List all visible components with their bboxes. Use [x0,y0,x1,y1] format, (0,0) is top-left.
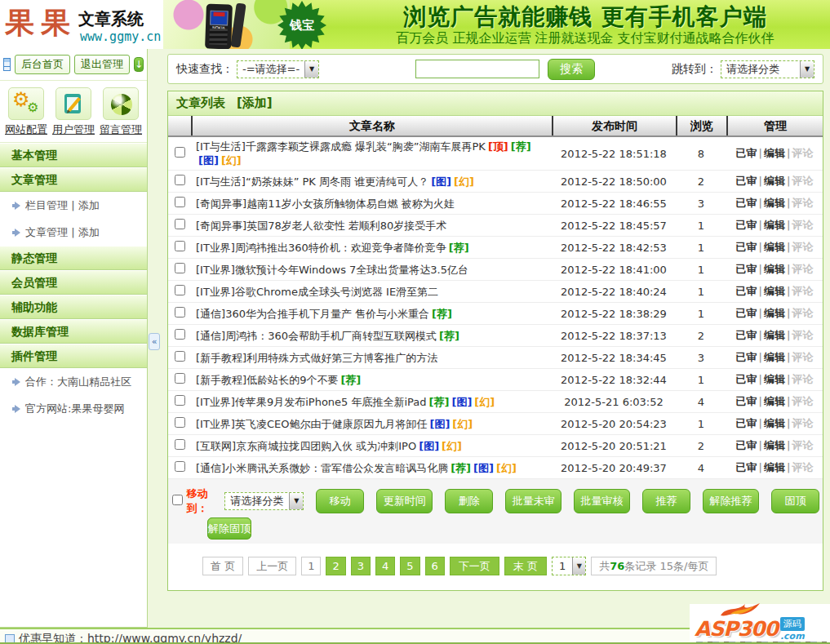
row-checkbox[interactable] [175,285,185,295]
collapse-down-icon[interactable]: ↓ [134,57,144,72]
row-checkbox[interactable] [175,439,185,450]
audited-link[interactable]: 已审 [736,241,757,253]
sidebar-item-aux-functions[interactable]: 辅助功能 [0,295,147,319]
page-6-button[interactable]: 6 [425,557,445,575]
row-checkbox[interactable] [175,219,185,229]
sidebar-collapse-handle[interactable]: « [149,333,160,350]
page-5-button[interactable]: 5 [400,557,419,575]
row-checkbox[interactable] [175,263,185,273]
pin-top-button[interactable]: 固顶 [771,489,819,513]
row-checkbox[interactable] [175,307,185,318]
batch-unaudit-button[interactable]: 批量未审 [505,489,561,513]
first-page-button[interactable]: 首 页 [202,557,243,575]
last-page-button[interactable]: 末 页 [504,557,547,575]
next-page-button[interactable]: 下一页 [450,557,499,575]
audited-link[interactable]: 已审 [736,285,757,297]
row-checkbox[interactable] [175,329,185,340]
move-button[interactable]: 移动 [316,489,364,513]
row-checkbox[interactable] [175,147,185,158]
page-4-button[interactable]: 4 [375,557,395,575]
row-checkbox[interactable] [175,417,185,428]
search-button[interactable]: 搜索 [548,59,595,80]
audited-link[interactable]: 已审 [736,263,757,275]
edit-link[interactable]: 编辑 [764,329,785,341]
page-2-button[interactable]: 2 [326,557,345,575]
article-title-link[interactable]: [通信]360华为合推手机下月量产 售价与小米重合 [196,308,429,320]
delete-button[interactable]: 删除 [445,489,493,513]
article-title-link[interactable]: [奇闻异事]越南11岁小女孩所触物体易自燃 被称为火娃 [196,198,455,210]
sidebar-item-partner-link[interactable]: 合作：大南山精品社区 [0,368,147,395]
audited-link[interactable]: 已审 [736,439,757,451]
quick-find-select[interactable]: -=请选择=- ▼ [237,60,319,78]
article-title-link[interactable]: [IT业界]微软预计今年Windows 7全球出货量将达3.5亿台 [196,264,468,276]
edit-link[interactable]: 编辑 [764,395,785,407]
article-title-link[interactable]: [通信]小米腾讯关系微妙：雷军借公众发言暗讽马化腾 [196,462,448,474]
shortcut-message-manage[interactable]: 留言管理 [100,87,142,137]
row-checkbox[interactable] [175,241,185,251]
search-input[interactable] [415,60,539,78]
article-title-link[interactable]: [新手教程]利用特殊方式做好第三方博客推广的方法 [196,352,437,364]
add-article-link[interactable]: [添加] [237,95,273,111]
article-title-link[interactable]: [通信]周鸿祎：360会帮助手机厂商转型互联网模式 [196,330,437,342]
edit-link[interactable]: 编辑 [764,197,785,209]
row-checkbox[interactable] [175,175,185,185]
edit-link[interactable]: 编辑 [764,285,785,297]
page-3-button[interactable]: 3 [351,557,371,575]
sidebar-item-official-site[interactable]: 官方网站:果果母婴网 [0,395,147,422]
audited-link[interactable]: 已审 [736,175,757,187]
article-title-link[interactable]: [IT业界]传苹果9月发布iPhone5 年底推全新iPad [196,396,427,408]
audited-link[interactable]: 已审 [736,329,757,341]
audited-link[interactable]: 已审 [736,417,757,429]
sidebar-item-basic-manage[interactable]: 基本管理 [0,143,147,167]
edit-link[interactable]: 编辑 [764,263,785,275]
backend-home-button[interactable]: 后台首页 [15,55,70,74]
edit-link[interactable]: 编辑 [764,417,785,429]
edit-link[interactable]: 编辑 [764,351,785,363]
sidebar-item-database-manage[interactable]: 数据库管理 [0,319,147,344]
edit-link[interactable]: 编辑 [764,373,785,385]
sidebar-item-article-list[interactable]: 文章管理 | 添加 [0,219,147,246]
audited-link[interactable]: 已审 [736,197,757,209]
ad-banner[interactable]: NOKIA 钱宝 浏览广告就能赚钱 更有手机客户端 百万会员 正规企业运营 注册… [163,0,830,49]
sidebar-item-column-manage[interactable]: 栏目管理 | 添加 [0,192,147,219]
prev-page-button[interactable]: 上一页 [248,557,296,575]
article-title-link[interactable]: [IT与生活]千露露李颖芝裸露成瘾 爆乳装“胸袭”湖南车展再PK [196,140,486,153]
edit-link[interactable]: 编辑 [764,439,785,451]
edit-link[interactable]: 编辑 [764,175,785,187]
article-title-link[interactable]: [IT业界]周鸿祎推出360特价机：欢迎竞争者降价竞争 [196,242,446,254]
row-checkbox[interactable] [175,373,185,384]
moveto-category-select[interactable]: 请选择分类 ▼ [224,492,304,510]
audited-link[interactable]: 已审 [736,147,757,159]
logout-button[interactable]: 退出管理 [74,55,130,74]
audited-link[interactable]: 已审 [736,461,757,473]
audited-link[interactable]: 已审 [736,219,757,231]
edit-link[interactable]: 编辑 [764,241,785,253]
row-checkbox[interactable] [175,197,185,207]
audited-link[interactable]: 已审 [736,307,757,319]
article-title-link[interactable]: [奇闻异事]英国78岁老人欲变性 若顺利80岁接受手术 [196,220,446,232]
sidebar-item-plugin-manage[interactable]: 插件管理 [0,344,147,368]
asp300-logo[interactable]: ASP300源码.com [690,604,830,642]
audited-link[interactable]: 已审 [736,351,757,363]
row-checkbox[interactable] [175,461,185,472]
row-checkbox[interactable] [175,351,185,362]
unpin-top-button[interactable]: 解除固顶 [207,517,251,540]
recommend-button[interactable]: 推荐 [642,489,690,513]
article-title-link[interactable]: [互联网]京东商城拉拢四团购入伙 或为冲刺IPO [196,440,416,452]
unrecommend-button[interactable]: 解除推荐 [703,489,759,513]
shortcut-site-config[interactable]: ⚙⚙ 网站配置 [5,87,47,137]
article-title-link[interactable]: [IT业界]英飞凌CEO鲍尔由于健康原因九月将卸任 [196,418,427,430]
edit-link[interactable]: 编辑 [764,147,785,159]
update-time-button[interactable]: 更新时间 [376,489,433,513]
article-title-link[interactable]: [IT与生活]“奶茶妹妹” PK 周冬雨 谁更清纯可人？ [196,175,428,188]
sidebar-item-article-manage[interactable]: 文章管理 [0,167,147,192]
batch-audit-button[interactable]: 批量审核 [574,489,630,513]
edit-link[interactable]: 编辑 [764,219,785,231]
sidebar-item-member-manage[interactable]: 会员管理 [0,270,147,295]
shortcut-user-manage[interactable]: 用户管理 [52,87,95,137]
page-jump-select[interactable]: 1 ▼ [552,557,586,575]
article-title-link[interactable]: [新手教程]低龄站长的9个不要 [196,374,338,386]
jump-category-select[interactable]: 请选择分类 ▼ [721,60,814,78]
audited-link[interactable]: 已审 [736,395,757,407]
sidebar-item-static-manage[interactable]: 静态管理 [0,246,147,270]
